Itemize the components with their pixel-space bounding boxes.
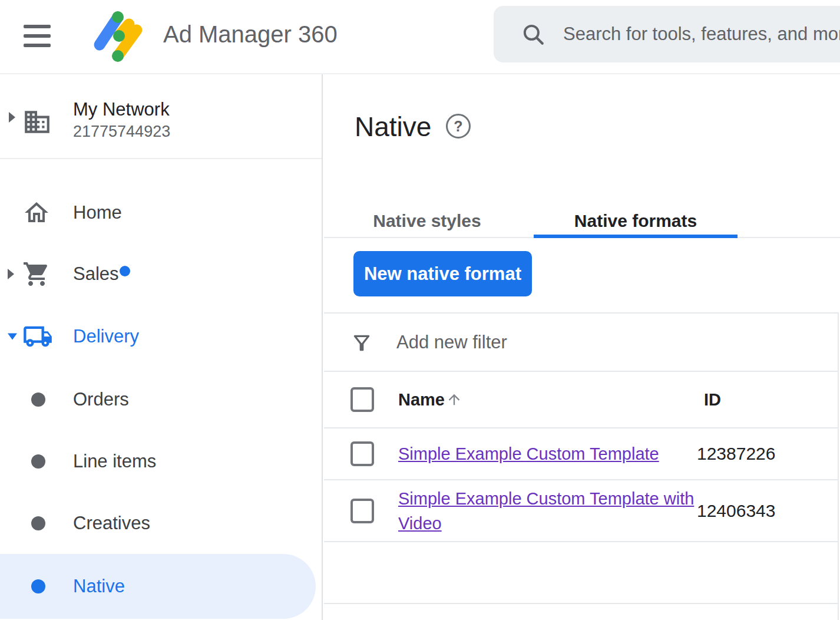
tab-bar: Native styles Native formats — [324, 205, 840, 238]
bullet-icon — [31, 393, 45, 407]
filter-icon — [350, 331, 373, 355]
help-icon[interactable]: ? — [446, 114, 471, 138]
row-checkbox[interactable] — [350, 499, 374, 523]
sidebar-item-home[interactable]: Home — [0, 195, 322, 230]
menu-icon[interactable] — [24, 25, 51, 47]
table-right-border — [838, 312, 839, 620]
app-title: Ad Manager 360 — [163, 21, 338, 48]
notification-dot — [120, 266, 130, 276]
sidebar-item-delivery[interactable]: Delivery — [0, 319, 322, 354]
bullet-icon — [31, 454, 45, 469]
sidebar-item-label: Creatives — [73, 513, 150, 534]
help-glyph: ? — [454, 118, 462, 135]
new-native-format-button[interactable]: New native format — [353, 251, 532, 296]
table-header: Name ID — [324, 372, 838, 428]
bullet-icon — [31, 516, 45, 530]
column-header-name[interactable]: Name — [398, 390, 445, 410]
sidebar-item-sales[interactable]: Sales — [0, 256, 322, 292]
expand-arrow-icon — [8, 269, 14, 279]
expand-arrow-icon — [9, 112, 15, 123]
home-icon — [22, 199, 51, 227]
sidebar: My Network 21775744923 Home Sales — [0, 74, 323, 620]
table-empty-row — [324, 542, 838, 604]
sidebar-item-label: Line items — [73, 451, 156, 472]
topbar: Ad Manager 360 — [0, 0, 840, 74]
filter-label: Add new filter — [396, 332, 507, 353]
building-icon — [22, 107, 52, 137]
network-name: My Network — [73, 99, 170, 120]
table-row: Simple Example Custom Template with Vide… — [324, 480, 838, 542]
sort-ascending-icon[interactable] — [446, 391, 462, 408]
table-row: Simple Example Custom Template 12387226 — [324, 428, 838, 480]
sidebar-item-label: Native — [73, 576, 125, 597]
cart-icon — [22, 260, 51, 288]
bullet-icon — [31, 579, 45, 593]
collapse-arrow-icon — [8, 334, 17, 340]
row-checkbox[interactable] — [350, 441, 374, 466]
column-header-id[interactable]: ID — [704, 390, 721, 410]
main-content: Native ? Native styles Native formats Ne… — [324, 74, 840, 620]
ad-manager-logo-icon — [86, 5, 147, 66]
search-icon — [521, 22, 545, 47]
sidebar-item-label: Home — [73, 202, 122, 223]
sidebar-item-orders[interactable]: Orders — [0, 382, 322, 417]
row-id: 12387226 — [697, 444, 775, 464]
sidebar-item-label: Sales — [73, 263, 119, 285]
tab-native-styles[interactable]: Native styles — [358, 205, 496, 237]
sidebar-item-native[interactable]: Native — [0, 554, 316, 619]
tab-native-formats[interactable]: Native formats — [534, 205, 738, 237]
search-bar[interactable] — [494, 6, 840, 62]
sidebar-divider — [0, 158, 322, 159]
native-format-link[interactable]: Simple Example Custom Template with Vide… — [398, 486, 696, 536]
filter-bar[interactable]: Add new filter — [324, 312, 838, 372]
row-id: 12406343 — [697, 501, 775, 521]
select-all-checkbox[interactable] — [350, 387, 374, 412]
network-id: 21775744923 — [73, 123, 170, 141]
sidebar-item-label: Delivery — [73, 326, 139, 347]
sidebar-item-line-items[interactable]: Line items — [0, 444, 322, 479]
network-selector[interactable]: My Network 21775744923 — [0, 74, 322, 158]
native-format-link[interactable]: Simple Example Custom Template — [398, 441, 659, 466]
sidebar-item-creatives[interactable]: Creatives — [0, 506, 322, 541]
truck-icon — [22, 321, 53, 352]
ad-manager-app: Ad Manager 360 My Network 21775744923 — [0, 0, 840, 620]
sidebar-item-label: Orders — [73, 389, 129, 410]
page-title: Native — [355, 111, 431, 143]
search-input[interactable] — [562, 23, 840, 45]
